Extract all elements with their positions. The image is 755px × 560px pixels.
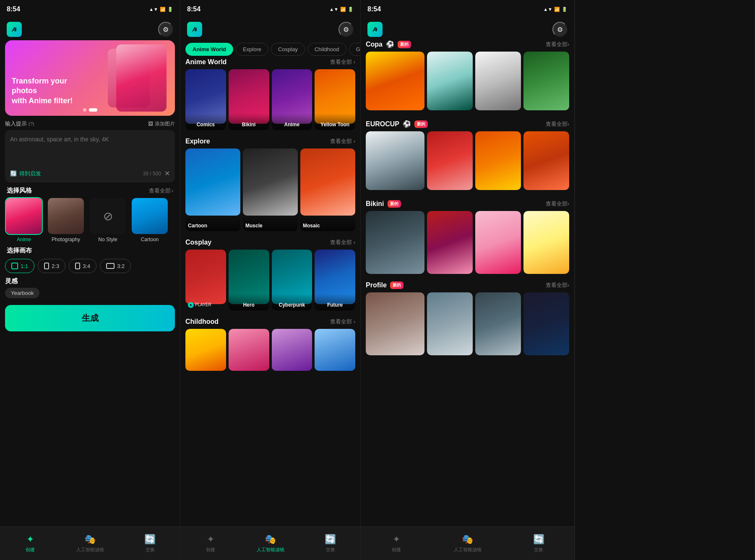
prompt-input[interactable] <box>10 135 170 164</box>
cat-see-all-anime[interactable]: 查看全部 › <box>330 58 355 66</box>
inspire-button[interactable]: 🔄 得到启发 <box>10 170 41 177</box>
style-section-title: 选择风格 <box>7 187 32 195</box>
canvas-1-1[interactable]: 1:1 <box>5 259 34 273</box>
tab-childhood[interactable]: Childhood <box>307 43 346 56</box>
profile-img-3[interactable] <box>475 292 521 355</box>
profile-img-2[interactable] <box>427 292 473 355</box>
battery-icon-3: 🔋 <box>562 7 568 12</box>
copa-img-3[interactable] <box>475 52 521 112</box>
panel-2: 8:54 ▲▼ 📶 🔋 AI ⚙ Anime World Explore Cos… <box>180 0 361 560</box>
canvas-icon-34 <box>75 263 80 269</box>
copa-img-2[interactable] <box>427 52 473 112</box>
tab-game[interactable]: Game <box>349 43 360 56</box>
nav-ai-filter-3[interactable]: 🎭 人工智能滤镜 <box>432 527 503 560</box>
style-name-anime: Anime <box>5 237 43 242</box>
explore-item-mosaic[interactable]: Mosaic <box>300 148 355 231</box>
settings-button-2[interactable]: ⚙ <box>338 22 354 37</box>
tab-anime-world[interactable]: Anime World <box>185 43 233 56</box>
bikini-img-2[interactable] <box>427 211 473 274</box>
bikini-img-4[interactable] <box>523 211 569 274</box>
prompt-label-row: 输入提示 (?) 🖼 添加图片 <box>5 120 175 128</box>
canvas-3-2[interactable]: 3:2 <box>100 259 131 273</box>
cat-item-future[interactable]: Future <box>315 250 355 310</box>
banner-dot-2[interactable] <box>89 108 97 112</box>
cat-see-all-cosplay[interactable]: 查看全部 › <box>330 239 355 246</box>
banner-dot-1[interactable] <box>83 108 86 112</box>
nav-ai-filter-1[interactable]: 🎭 人工智能滤镜 <box>60 527 120 560</box>
nav-create-1[interactable]: ✦ 创建 <box>0 527 60 560</box>
canvas-section-header: 选择画布 <box>0 242 180 257</box>
help-icon[interactable]: (?) <box>29 121 34 126</box>
clear-button[interactable]: ✕ <box>164 169 170 177</box>
prompt-area-1: 输入提示 (?) 🖼 添加图片 🔄 得到启发 39 / 500 ✕ <box>5 120 175 182</box>
cat-item-yellow-toon[interactable]: Yellow Toon <box>315 69 355 130</box>
nav-create-3[interactable]: ✦ 创建 <box>361 527 432 560</box>
canvas-3-4[interactable]: 3:4 <box>69 259 96 273</box>
profile-images <box>366 292 569 355</box>
player-badge: ▶ PLAYER <box>188 302 211 308</box>
nav-swap-3[interactable]: 🔄 交换 <box>503 527 574 560</box>
p3-see-all-bikini[interactable]: 查看全部 › <box>546 200 569 208</box>
battery-icon-2: 🔋 <box>348 7 354 12</box>
cat-item-bikini[interactable]: Bikini <box>229 69 269 130</box>
copa-img-1[interactable] <box>366 52 424 112</box>
cat-item-anime[interactable]: Anime <box>272 69 312 130</box>
profile-img-4[interactable] <box>523 292 569 355</box>
nav-create-2[interactable]: ✦ 创建 <box>180 527 240 560</box>
tab-cosplay[interactable]: Cosplay <box>271 43 305 56</box>
cat-see-all-explore[interactable]: 查看全部 › <box>330 138 355 145</box>
style-item-photography[interactable]: Photography <box>47 197 85 242</box>
p3-see-all-copa[interactable]: 查看全部 › <box>546 41 569 48</box>
p3-see-all-eurocup[interactable]: 查看全部 › <box>546 120 569 128</box>
style-item-nostyle[interactable]: ⊘ No Style <box>89 197 127 242</box>
explore-item-cartoon[interactable]: Cartoon <box>185 148 240 231</box>
nav-icon-create-2: ✦ <box>207 534 214 545</box>
explore-item-muscle[interactable]: Muscle <box>243 148 298 231</box>
canvas-2-3[interactable]: 2:3 <box>38 259 65 273</box>
canvas-icon-11 <box>11 263 18 269</box>
status-icons-1: ▲▼ 📶 🔋 <box>149 7 173 12</box>
p3-see-all-profile[interactable]: 查看全部 › <box>546 281 569 289</box>
cat-item-hero[interactable]: Hero <box>229 250 269 310</box>
banner-dots-1 <box>83 108 97 112</box>
add-image-button[interactable]: 🖼 添加图片 <box>148 120 175 128</box>
bikini-img-1[interactable] <box>366 211 424 274</box>
cat-header-childhood: Childhood 查看全部 › <box>185 318 355 326</box>
cat-item-child-3[interactable] <box>272 329 312 390</box>
cat-item-child-2[interactable] <box>229 329 269 390</box>
eurocup-img-1[interactable] <box>366 131 424 192</box>
status-icons-2: ▲▼ 📶 🔋 <box>329 7 354 12</box>
eurocup-img-4[interactable] <box>523 131 569 192</box>
profile-img-1[interactable] <box>366 292 424 355</box>
cat-item-cyberpunk[interactable]: Cyberpunk <box>272 250 312 310</box>
bikini-img-3[interactable] <box>475 211 521 274</box>
tab-explore[interactable]: Explore <box>236 43 268 56</box>
settings-button-3[interactable]: ⚙ <box>552 22 568 37</box>
copa-img-4[interactable] <box>523 52 569 112</box>
eurocup-new-badge: 新的 <box>414 120 428 128</box>
cat-item-child-4[interactable] <box>315 329 355 390</box>
status-icons-3: ▲▼ 📶 🔋 <box>543 7 568 12</box>
nav-swap-2[interactable]: 🔄 交换 <box>300 527 360 560</box>
nav-label-filter-2: 人工智能滤镜 <box>257 547 284 553</box>
settings-button-1[interactable]: ⚙ <box>158 22 173 37</box>
style-see-all[interactable]: 查看全部 › <box>149 187 173 195</box>
nav-ai-filter-2[interactable]: 🎭 人工智能滤镜 <box>240 527 300 560</box>
cat-item-child-1[interactable] <box>185 329 226 390</box>
style-item-cartoon[interactable]: Cartoon <box>131 197 169 242</box>
eurocup-img-2[interactable] <box>427 131 473 192</box>
battery-icon-1: 🔋 <box>167 7 173 12</box>
generate-button[interactable]: 生成 <box>5 305 175 331</box>
nav-swap-1[interactable]: 🔄 交换 <box>120 527 180 560</box>
eurocup-img-3[interactable] <box>475 131 521 192</box>
copa-emoji: ⚽ <box>386 40 394 48</box>
style-item-anime[interactable]: Anime <box>5 197 43 242</box>
inspire-section: 灵感 Yearbook <box>0 275 180 301</box>
cat-item-player[interactable]: ▶ PLAYER <box>185 250 226 310</box>
inspire-tag-yearbook[interactable]: Yearbook <box>5 288 39 298</box>
cat-item-comics[interactable]: Comics <box>185 69 226 130</box>
status-bar-1: 8:54 ▲▼ 📶 🔋 <box>0 0 180 18</box>
nav-label-create-3: 创建 <box>392 547 401 553</box>
cat-see-all-childhood[interactable]: 查看全部 › <box>330 318 355 326</box>
cat-header-cosplay: Cosplay 查看全部 › <box>185 239 355 246</box>
